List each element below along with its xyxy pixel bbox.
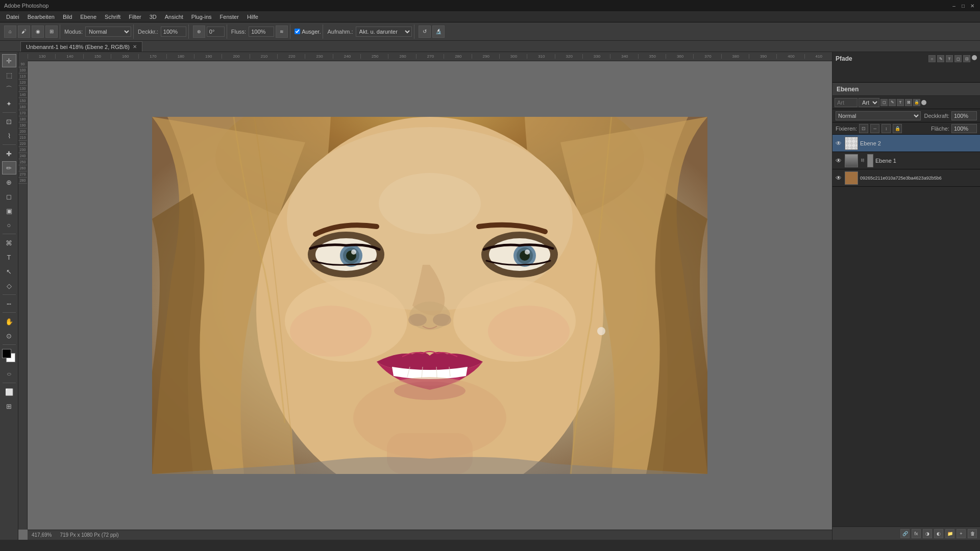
tool-magic-wand[interactable]: ✦: [2, 97, 16, 110]
filter-icon-1[interactable]: ◻: [880, 99, 888, 106]
toolbar-fluss-section: Fluss: ≋: [229, 24, 290, 39]
layer-row-ebene2[interactable]: 👁 Ebene 2: [832, 135, 980, 152]
fluss-input[interactable]: [249, 27, 274, 37]
delete-layer-btn[interactable]: 🗑: [968, 529, 977, 538]
new-layer-btn[interactable]: +: [957, 529, 966, 538]
menu-filter[interactable]: Filter: [125, 13, 145, 21]
lock-pos-btn[interactable]: ↔: [870, 124, 879, 133]
add-mask-btn[interactable]: ◑: [923, 529, 932, 538]
ebenen-panel: Ebenen Art ◻ ✎ T ⊠ 🔒 Normal: [832, 83, 980, 540]
ebenen-filter-select[interactable]: Art: [859, 98, 879, 107]
canvas[interactable]: [152, 117, 707, 474]
ruler-mark: 140: [55, 54, 83, 59]
modus-select[interactable]: Normal: [85, 27, 131, 37]
tool-lasso[interactable]: ⌒: [2, 83, 16, 96]
tool-separator-3: [3, 234, 16, 234]
maximize-button[interactable]: □: [960, 2, 967, 9]
brush-size-button[interactable]: 🖌: [18, 26, 30, 38]
angle-input[interactable]: [207, 27, 225, 37]
tool-brush[interactable]: ✏: [2, 161, 16, 174]
pfade-icon-1[interactable]: ○: [928, 55, 936, 62]
new-fill-btn[interactable]: ◐: [934, 529, 943, 538]
ausger-checkbox[interactable]: [295, 29, 300, 34]
tool-marquee[interactable]: ⬚: [2, 68, 16, 82]
lock-all-btn[interactable]: 🔒: [893, 124, 902, 133]
pfade-icon-5[interactable]: ⊡: [963, 55, 970, 62]
menu-ansicht[interactable]: Ansicht: [161, 13, 187, 21]
aufnahm-select[interactable]: Akt. u. darunter: [356, 27, 412, 37]
tool-hand[interactable]: ✋: [2, 315, 16, 328]
tool-dodge[interactable]: ○: [2, 218, 16, 232]
panel-footer: 🔗 fx ◑ ◐ 📁 + 🗑: [832, 527, 980, 540]
tool-gradient[interactable]: ▣: [2, 204, 16, 217]
filter-icon-4[interactable]: ⊠: [905, 99, 912, 106]
tool-separator-4: [3, 294, 16, 295]
filter-toggle[interactable]: [921, 100, 926, 105]
minimize-button[interactable]: –: [950, 2, 958, 9]
tool-eraser[interactable]: ◻: [2, 190, 16, 203]
tool-clone[interactable]: ⊕: [2, 176, 16, 189]
tool-path-select[interactable]: ↖: [2, 265, 16, 278]
add-style-btn[interactable]: fx: [912, 529, 921, 538]
brush-preset-button[interactable]: ⊞: [45, 26, 58, 38]
layer-row-ebene1[interactable]: 👁 ⛓ Ebene 1: [832, 152, 980, 169]
layer-visibility-hash[interactable]: 👁: [835, 174, 843, 182]
ruler-mark: 380: [721, 54, 749, 59]
layer-visibility-ebene2[interactable]: 👁: [835, 139, 843, 147]
svg-point-32: [488, 306, 570, 357]
airbrush-button[interactable]: ≋: [276, 26, 288, 38]
active-tab[interactable]: Unbenannt-1 bei 418% (Ebene 2, RGB/8) ✕: [20, 41, 142, 52]
filter-icon-2[interactable]: ✎: [889, 99, 896, 106]
tool-zoom[interactable]: ⊙: [2, 329, 16, 342]
menu-fenster[interactable]: Fenster: [216, 13, 243, 21]
menu-ebene[interactable]: Ebene: [76, 13, 101, 21]
tool-eyedropper[interactable]: ⌇: [2, 129, 16, 142]
tool-dots[interactable]: •••: [2, 297, 16, 310]
filter-icon-3[interactable]: T: [897, 99, 904, 106]
canvas-container[interactable]: [28, 61, 832, 530]
screen-mode-button[interactable]: ⬜: [2, 385, 16, 398]
ruler-mark: 280: [444, 54, 471, 59]
tool-shape[interactable]: ◇: [2, 279, 16, 292]
lock-pixels-btn[interactable]: ⊡: [859, 124, 868, 133]
close-button[interactable]: ✕: [969, 2, 976, 9]
tool-pen[interactable]: ⌘: [2, 236, 16, 249]
flaeche-input[interactable]: [951, 124, 977, 133]
blend-mode-select[interactable]: Normal: [836, 111, 921, 120]
home-button[interactable]: ⌂: [4, 26, 16, 38]
foreground-color[interactable]: [2, 349, 11, 358]
menu-datei[interactable]: Datei: [2, 13, 23, 21]
quick-mask-button[interactable]: ⬭: [2, 367, 16, 381]
layer-visibility-ebene1[interactable]: 👁: [835, 157, 843, 165]
pfade-icon-3[interactable]: T: [946, 55, 953, 62]
menu-hilfe[interactable]: Hilfe: [243, 13, 262, 21]
artboard-button[interactable]: ⊞: [2, 399, 16, 413]
menu-bearbeiten[interactable]: Bearbeiten: [23, 13, 59, 21]
pfade-icon-2[interactable]: ✎: [937, 55, 944, 62]
filter-icon-5[interactable]: 🔒: [913, 99, 920, 106]
layer-row-hash[interactable]: 👁 09265c211e010a725e3ba4623a92b5b6: [832, 169, 980, 187]
brush-hardness-button[interactable]: ◉: [32, 26, 44, 38]
extra-button[interactable]: 🔬: [432, 26, 445, 38]
modus-label: Modus:: [64, 29, 83, 35]
pfade-icon-4[interactable]: ◻: [954, 55, 962, 62]
menu-schrift[interactable]: Schrift: [101, 13, 125, 21]
tab-close-button[interactable]: ✕: [133, 44, 137, 49]
new-group-btn[interactable]: 📁: [945, 529, 954, 538]
deckkraft-input[interactable]: [951, 111, 977, 120]
tool-move[interactable]: ✛: [2, 54, 16, 67]
tool-heal[interactable]: ✚: [2, 147, 16, 160]
tool-type[interactable]: T: [2, 251, 16, 264]
ebenen-search-input[interactable]: [835, 98, 857, 107]
deckkr-input[interactable]: [161, 27, 186, 37]
lock-art-btn[interactable]: ↕: [881, 124, 891, 133]
menu-bild[interactable]: Bild: [59, 13, 76, 21]
layer-name-hash: 09265c211e010a725e3ba4623a92b5b6: [860, 176, 978, 181]
angle-icon[interactable]: ⊛: [193, 26, 205, 38]
tool-crop[interactable]: ⊡: [2, 115, 16, 128]
reset-button[interactable]: ↺: [419, 26, 431, 38]
menu-plugins[interactable]: Plug-ins: [187, 13, 216, 21]
flaeche-row-inner: Fläche:: [931, 124, 977, 133]
link-layers-btn[interactable]: 🔗: [900, 529, 910, 538]
menu-3d[interactable]: 3D: [145, 13, 161, 21]
